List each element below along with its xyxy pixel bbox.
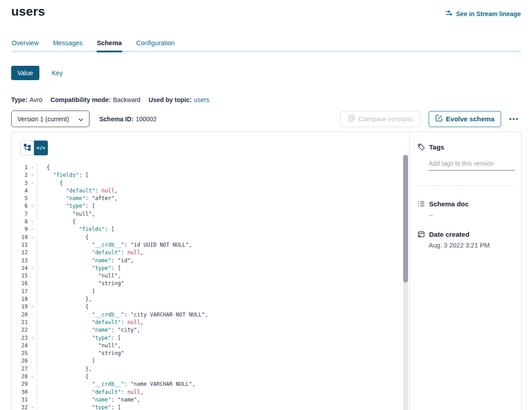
fold-spacer (28, 187, 37, 195)
code-line: 16 "string" (12, 280, 409, 287)
code-line: 11 "__crdb__": "id UUID NOT NULL", (12, 241, 409, 249)
fold-spacer (28, 272, 37, 280)
fold-toggle-icon[interactable]: ▾ (28, 373, 37, 380)
line-number: 28 (12, 373, 28, 380)
topic-link[interactable]: users (194, 96, 209, 103)
line-number: 21 (12, 319, 28, 326)
fold-spacer (28, 326, 37, 334)
line-number: 12 (12, 249, 28, 256)
fold-toggle-icon[interactable]: ▾ (28, 202, 37, 210)
code-view-toggle: </> (20, 141, 48, 155)
code-line: 12 "default": null, (12, 249, 409, 256)
fold-spacer (28, 249, 37, 256)
line-number: 31 (12, 396, 28, 404)
fold-toggle-icon[interactable]: ▾ (28, 265, 37, 272)
code-text: "type": [ (37, 404, 409, 410)
line-number: 19 (12, 303, 28, 311)
evolve-schema-icon (435, 115, 443, 123)
list-icon (417, 200, 425, 208)
code-text: ] (37, 357, 409, 365)
fold-toggle-icon[interactable]: ▾ (28, 334, 37, 342)
code-text: "null", (37, 342, 409, 350)
tab-configuration[interactable]: Configuration (136, 39, 175, 52)
tab-schema[interactable]: Schema (97, 39, 123, 52)
fold-spacer (28, 380, 37, 388)
evolve-schema-label: Evolve schema (446, 115, 494, 123)
compare-versions-button[interactable]: Compare versions (340, 111, 421, 127)
evolve-schema-button[interactable]: Evolve schema (429, 111, 501, 127)
code-text: "type": [ (37, 202, 409, 210)
page-header: users See in Stream lineage (11, 4, 521, 19)
fold-spacer (28, 210, 37, 218)
meta-used-by-topic: Used by topic:users (149, 96, 209, 103)
code-line: 13 "name": "id", (12, 257, 409, 265)
line-number: 4 (12, 187, 28, 195)
stream-lineage-icon (445, 10, 453, 17)
code-scrollbar-thumb[interactable] (403, 155, 408, 282)
code-line: 7 "null", (12, 210, 409, 218)
code-view-button[interactable]: </> (34, 141, 48, 155)
see-in-stream-lineage-link[interactable]: See in Stream lineage (445, 10, 521, 17)
fold-toggle-icon[interactable]: ▾ (28, 404, 37, 410)
version-select-value: Version 1 (current) (17, 115, 69, 123)
lineage-link-label: See in Stream lineage (456, 10, 521, 17)
code-text: "__crdb__": "name VARCHAR NULL", (37, 380, 409, 388)
fold-toggle-icon[interactable]: ▾ (28, 234, 37, 241)
date-created-value: Aug. 3 2022 3:21 PM (429, 242, 515, 249)
value-button[interactable]: Value (11, 66, 39, 80)
code-line: 6▾ "type": [ (12, 202, 409, 210)
code-line: 24 "null", (12, 342, 409, 350)
code-text: "name": "after", (37, 195, 409, 202)
line-number: 9 (12, 226, 28, 233)
tree-view-icon (24, 144, 31, 153)
fold-toggle-icon[interactable]: ▾ (28, 226, 37, 233)
code-scrollbar-track[interactable] (403, 155, 408, 410)
code-line: 25 "string" (12, 350, 409, 357)
meta-type-label: Type: (11, 96, 27, 103)
tab-messages[interactable]: Messages (52, 39, 83, 52)
tab-overview[interactable]: Overview (11, 39, 39, 52)
code-line: 18 }, (12, 295, 409, 303)
code-text: "type": [ (37, 334, 409, 342)
date-created-header: Date created (417, 231, 515, 238)
fold-toggle-icon[interactable]: ▾ (28, 171, 37, 179)
add-tags-input[interactable] (429, 160, 515, 171)
line-number: 20 (12, 311, 28, 319)
schema-controls-row: Version 1 (current) Schema ID:100002 Com… (11, 111, 521, 127)
fold-spacer (28, 311, 37, 319)
fold-spacer (28, 389, 37, 396)
code-line: 29 "__crdb__": "name VARCHAR NULL", (12, 380, 409, 388)
key-button[interactable]: Key (52, 69, 63, 77)
more-options-button[interactable]: ••• (507, 115, 521, 123)
code-text: "fields": [ (37, 226, 409, 233)
code-line: 22 "name": "city", (12, 326, 409, 334)
schema-id-label: Schema ID: (99, 115, 133, 123)
fold-toggle-icon[interactable]: ▾ (28, 303, 37, 311)
line-number: 25 (12, 350, 28, 357)
fold-toggle-icon[interactable]: ▾ (28, 164, 37, 171)
line-number: 15 (12, 272, 28, 280)
code-view-icon: </> (37, 145, 46, 151)
line-number: 2 (12, 171, 28, 179)
tags-section: Tags (417, 143, 515, 171)
code-line: 9▾ "fields": [ (12, 226, 409, 233)
version-select[interactable]: Version 1 (current) (11, 111, 89, 127)
meta-topic-label: Used by topic: (149, 96, 192, 103)
code-text: "name": "city", (37, 326, 409, 334)
fold-spacer (28, 342, 37, 350)
line-number: 6 (12, 202, 28, 210)
code-line: 15 "null", (12, 272, 409, 280)
code-text: { (37, 373, 409, 380)
code-text: { (37, 164, 409, 171)
fold-spacer (28, 365, 37, 373)
fold-toggle-icon[interactable]: ▾ (28, 218, 37, 226)
code-text: "__crdb__": "id UUID NOT NULL", (37, 241, 409, 249)
code-text: "__crdb__": "city VARCHAR NOT NULL", (37, 311, 409, 319)
line-number: 24 (12, 342, 28, 350)
code-line: 19▾ { (12, 303, 409, 311)
tree-view-button[interactable] (20, 141, 34, 155)
code-text: "name": "name", (37, 396, 409, 404)
fold-toggle-icon[interactable]: ▾ (28, 179, 37, 187)
code-text: "default": null, (37, 319, 409, 326)
code-line: 5 "name": "after", (12, 195, 409, 202)
